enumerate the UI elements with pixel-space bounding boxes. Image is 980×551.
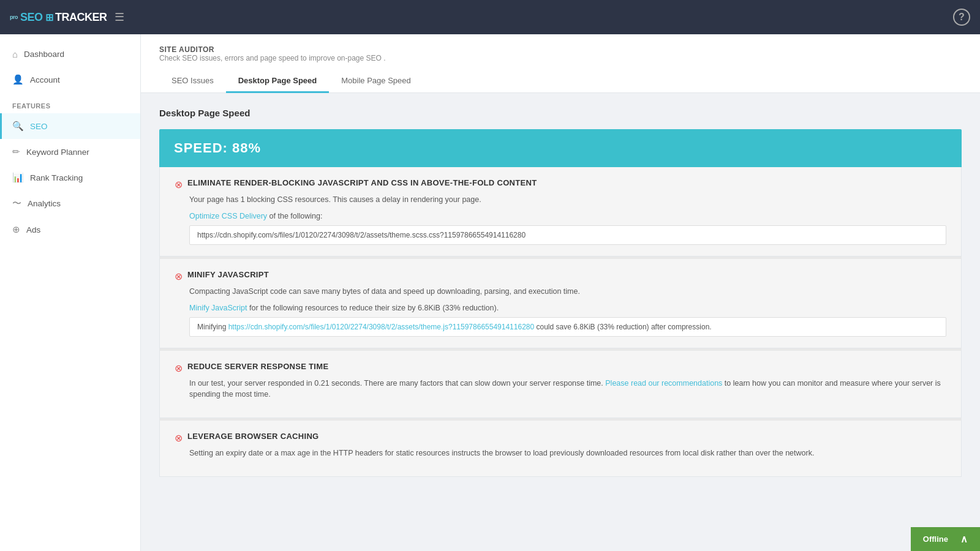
sidebar-item-label: Dashboard: [24, 50, 64, 59]
sidebar-item-seo[interactable]: 🔍 SEO: [0, 113, 140, 139]
ads-icon: ⊕: [12, 224, 20, 235]
page-subtitle: Check SEO issues, errors and page speed …: [159, 54, 962, 62]
error-icon: ⊗: [175, 179, 183, 190]
error-icon: ⊗: [175, 362, 183, 374]
action-suffix: for the following resources to reduce th…: [247, 304, 499, 312]
issue-card-minify-js: ⊗ MINIFY JAVASCRIPT Compacting JavaScrip…: [159, 257, 962, 348]
issue-card-browser-caching: ⊗ LEVERAGE BROWSER CACHING Setting an ex…: [159, 418, 962, 477]
sidebar-item-label: Rank Tracking: [30, 173, 83, 182]
brand-pro: pro: [10, 14, 18, 20]
chart-icon: 📊: [12, 172, 24, 183]
account-icon: 👤: [12, 74, 24, 85]
issue-description: Your page has 1 blocking CSS resources. …: [189, 194, 946, 206]
sidebar-item-ads[interactable]: ⊕ Ads: [0, 217, 140, 242]
sidebar-item-label: Keyword Planner: [26, 148, 89, 157]
page-header: SITE AUDITOR Check SEO issues, errors an…: [141, 34, 980, 93]
tab-bar: SEO Issues Desktop Page Speed Mobile Pag…: [159, 70, 962, 92]
analytics-icon: 〜: [12, 198, 21, 209]
offline-badge[interactable]: Offline ∧: [911, 527, 980, 551]
issue-title: LEVERAGE BROWSER CACHING: [187, 432, 319, 441]
main-content: SITE AUDITOR Check SEO issues, errors an…: [141, 34, 980, 551]
sidebar-item-rank-tracking[interactable]: 📊 Rank Tracking: [0, 165, 140, 190]
issue-card-render-blocking: ⊗ ELIMINATE RENDER-BLOCKING JAVASCRIPT A…: [159, 167, 962, 257]
issue-description: Setting an expiry date or a max age in t…: [189, 448, 946, 459]
url-box-suffix: could save 6.8KiB (33% reduction) after …: [534, 323, 711, 331]
brand-seo: SEO: [20, 11, 43, 24]
minify-js-link[interactable]: Minify JavaScript: [189, 304, 247, 312]
chevron-up-icon: ∧: [960, 533, 968, 545]
issue-title: MINIFY JAVASCRIPT: [187, 270, 269, 279]
sidebar-item-label: SEO: [30, 122, 48, 131]
edit-icon: ✏: [12, 146, 20, 157]
sidebar-item-dashboard[interactable]: ⌂ Dashboard: [0, 42, 140, 67]
speed-bar: SPEED: 88%: [159, 129, 962, 167]
hamburger-icon[interactable]: ☰: [115, 10, 124, 24]
desc-prefix: In our test, your server responded in 0.…: [189, 379, 605, 388]
action-suffix: of the following:: [267, 212, 322, 220]
issue-card-server-response: ⊗ REDUCE SERVER RESPONSE TIME In our tes…: [159, 348, 962, 419]
brand-logo-icon: ⊞: [45, 12, 53, 23]
sidebar-item-keyword-planner[interactable]: ✏ Keyword Planner: [0, 139, 140, 165]
issue-action: Optimize CSS Delivery of the following:: [189, 212, 946, 220]
error-icon: ⊗: [175, 432, 183, 444]
issue-url-box: https://cdn.shopify.com/s/files/1/0120/2…: [189, 225, 946, 245]
issue-title: REDUCE SERVER RESPONSE TIME: [187, 362, 328, 371]
issue-action: Minify JavaScript for the following reso…: [189, 304, 946, 312]
sidebar-item-label: Analytics: [28, 199, 61, 208]
issue-url-box: Minifying https://cdn.shopify.com/s/file…: [189, 317, 946, 337]
brand-logo: proSEO⊞TRACKER: [10, 11, 107, 24]
section-title: Desktop Page Speed: [159, 108, 962, 118]
sidebar-item-label: Account: [30, 75, 60, 84]
url-box-prefix: Minifying: [197, 323, 228, 331]
issue-description: Compacting JavaScript code can save many…: [189, 286, 946, 298]
topnav: proSEO⊞TRACKER ☰ ?: [0, 0, 980, 34]
recommendations-link[interactable]: Please read our recommendations: [605, 379, 722, 388]
issue-description: In our test, your server responded in 0.…: [189, 378, 946, 401]
features-label: FEATURES: [0, 92, 140, 113]
issue-title: ELIMINATE RENDER-BLOCKING JAVASCRIPT AND…: [187, 178, 537, 187]
home-icon: ⌂: [12, 49, 18, 59]
search-icon: 🔍: [12, 121, 24, 132]
tab-mobile-page-speed[interactable]: Mobile Page Speed: [329, 70, 423, 93]
sidebar-item-analytics[interactable]: 〜 Analytics: [0, 190, 140, 217]
page-title: SITE AUDITOR: [159, 45, 962, 54]
minify-url-link[interactable]: https://cdn.shopify.com/s/files/1/0120/2…: [228, 323, 534, 331]
tab-seo-issues[interactable]: SEO Issues: [159, 70, 226, 93]
help-icon[interactable]: ?: [953, 9, 970, 26]
sidebar-item-account[interactable]: 👤 Account: [0, 67, 140, 92]
brand-tracker: TRACKER: [55, 11, 107, 24]
optimize-css-link[interactable]: Optimize CSS Delivery: [189, 212, 267, 220]
offline-label: Offline: [923, 534, 948, 544]
sidebar: ⌂ Dashboard 👤 Account FEATURES 🔍 SEO ✏ K…: [0, 34, 141, 551]
content-area: Desktop Page Speed SPEED: 88% ⊗ ELIMINAT…: [141, 93, 980, 492]
error-icon: ⊗: [175, 271, 183, 282]
sidebar-item-label: Ads: [26, 225, 40, 234]
tab-desktop-page-speed[interactable]: Desktop Page Speed: [226, 70, 330, 93]
